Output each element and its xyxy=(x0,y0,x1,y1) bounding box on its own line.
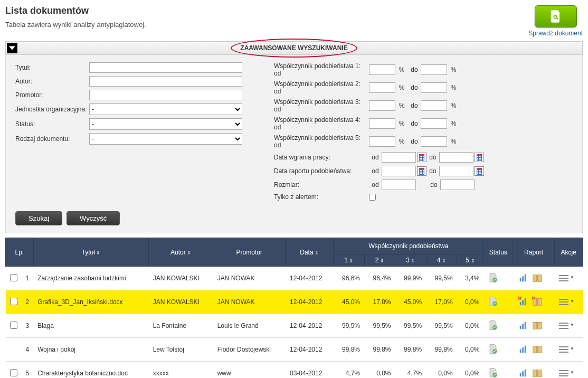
upload-date-from-input[interactable] xyxy=(382,152,416,163)
svg-rect-2 xyxy=(523,276,524,281)
report-book-button[interactable] xyxy=(531,367,544,378)
row-status[interactable] xyxy=(483,267,513,290)
page-subtitle: Tabela zawiera wyniki analizy antyplagia… xyxy=(5,21,146,29)
row-promotor: Fiodor Dostojewski xyxy=(213,338,286,362)
menu-icon xyxy=(559,369,568,376)
report-bars-button[interactable]: ! xyxy=(517,296,530,307)
th-report[interactable]: Raport xyxy=(513,238,555,267)
th-wp2[interactable]: 2 xyxy=(364,254,395,267)
th-author[interactable]: Autor xyxy=(149,238,213,267)
report-book-button[interactable] xyxy=(531,272,544,284)
wp5-to-input[interactable] xyxy=(421,136,447,147)
th-actions[interactable]: Akcje xyxy=(555,238,583,267)
th-title[interactable]: Tytuł xyxy=(33,238,149,267)
wp4-to-input[interactable] xyxy=(421,118,447,129)
row-actions[interactable]: ▼ xyxy=(555,290,583,314)
svg-rect-15 xyxy=(525,322,526,329)
pct-label: % xyxy=(447,120,460,127)
do-label: do xyxy=(408,84,421,91)
od-label: od xyxy=(369,181,382,188)
th-wp5[interactable]: 5 xyxy=(457,254,484,267)
chevron-down-icon xyxy=(9,45,15,51)
row-actions[interactable]: ▼ xyxy=(555,338,583,362)
row-checkbox[interactable] xyxy=(10,298,17,305)
th-wp1[interactable]: 1 xyxy=(333,254,364,267)
promotor-input[interactable] xyxy=(89,90,242,100)
calendar-icon[interactable] xyxy=(475,153,484,162)
row-checkbox[interactable] xyxy=(10,369,17,376)
row-wp1: 99,5% xyxy=(333,314,364,338)
status-label: Status: xyxy=(15,120,89,128)
status-select[interactable]: - xyxy=(89,118,242,130)
wp4-label: Współczynnik podobieństwa 4: od xyxy=(274,116,369,131)
wp3-to-input[interactable] xyxy=(421,100,447,111)
row-status[interactable] xyxy=(483,338,513,362)
row-status[interactable] xyxy=(483,362,513,379)
row-checkbox[interactable] xyxy=(10,274,17,281)
size-to-input[interactable] xyxy=(440,179,475,190)
report-book-button[interactable]: ! xyxy=(531,296,544,307)
report-book-button[interactable] xyxy=(531,343,544,355)
row-wp1: 45,0% xyxy=(333,290,364,314)
row-actions[interactable]: ▼ xyxy=(555,362,583,379)
search-button[interactable]: Szukaj xyxy=(15,211,62,225)
row-date: 03-04-2012 xyxy=(286,362,334,379)
pct-label: % xyxy=(447,66,460,73)
size-from-input[interactable] xyxy=(382,179,416,190)
th-lp[interactable]: Lp. xyxy=(6,238,34,267)
clear-button[interactable]: Wyczyść xyxy=(67,211,120,225)
row-actions[interactable]: ▼ xyxy=(555,267,583,290)
row-wp5: 0,0% xyxy=(457,362,484,379)
report-date-from-input[interactable] xyxy=(382,166,416,176)
advanced-search-title: ZAAWANSOWANE WYSZUKIWANIE xyxy=(240,44,347,52)
wp3-from-input[interactable] xyxy=(369,100,395,111)
wp4-from-input[interactable] xyxy=(369,118,395,129)
advanced-search-header: ZAAWANSOWANE WYSZUKIWANIE xyxy=(5,41,583,55)
report-bars-button[interactable] xyxy=(517,272,530,284)
row-title: Charakterystyka botaniczno.doc xyxy=(33,362,149,379)
row-wp3: 99,9% xyxy=(395,267,426,290)
row-wp2: 17,0% xyxy=(364,290,395,314)
check-document-button[interactable] xyxy=(535,5,577,27)
row-date: 12-04-2012 xyxy=(286,290,334,314)
th-status[interactable]: Status xyxy=(483,238,513,267)
wp2-from-input[interactable] xyxy=(369,82,395,93)
svg-rect-14 xyxy=(523,324,524,329)
title-label: Tytuł: xyxy=(15,64,89,71)
upload-date-to-input[interactable] xyxy=(439,152,473,163)
title-input[interactable] xyxy=(89,62,242,73)
row-date: 12-04-2012 xyxy=(286,338,334,362)
menu-icon xyxy=(559,298,568,305)
wp5-from-input[interactable] xyxy=(369,136,395,147)
unit-select[interactable]: - xyxy=(89,103,242,115)
row-status[interactable] xyxy=(483,314,513,338)
report-book-button[interactable] xyxy=(531,319,544,331)
row-status[interactable] xyxy=(483,290,513,314)
calendar-icon[interactable] xyxy=(417,153,426,162)
report-date-to-input[interactable] xyxy=(439,166,473,176)
calendar-icon[interactable] xyxy=(475,166,484,176)
th-promotor[interactable]: Promotor xyxy=(213,238,286,267)
author-input[interactable] xyxy=(89,76,242,87)
th-wp4[interactable]: 4 xyxy=(426,254,457,267)
wp3-label: Współczynnik podobieństwa 3: od xyxy=(274,98,369,113)
wp1-from-input[interactable] xyxy=(369,64,395,75)
row-wp4: 0,0% xyxy=(426,362,457,379)
calendar-icon[interactable] xyxy=(417,166,426,176)
row-promotor: www xyxy=(213,362,286,379)
wp1-to-input[interactable] xyxy=(421,64,447,75)
th-date[interactable]: Data xyxy=(286,238,334,267)
page-title: Lista dokumentów xyxy=(5,5,146,16)
row-date: 12-04-2012 xyxy=(286,314,334,338)
th-wp3[interactable]: 3 xyxy=(395,254,426,267)
wp2-to-input[interactable] xyxy=(421,82,447,93)
advanced-search-toggle[interactable] xyxy=(7,43,17,53)
row-checkbox[interactable] xyxy=(10,322,17,329)
report-bars-button[interactable] xyxy=(517,343,530,355)
report-bars-button[interactable] xyxy=(517,319,530,331)
alert-only-checkbox[interactable] xyxy=(369,194,376,201)
report-bars-button[interactable] xyxy=(517,367,530,378)
doctype-select[interactable]: - xyxy=(89,133,242,145)
od-label: od xyxy=(369,154,382,161)
row-actions[interactable]: ▼ xyxy=(555,314,583,338)
